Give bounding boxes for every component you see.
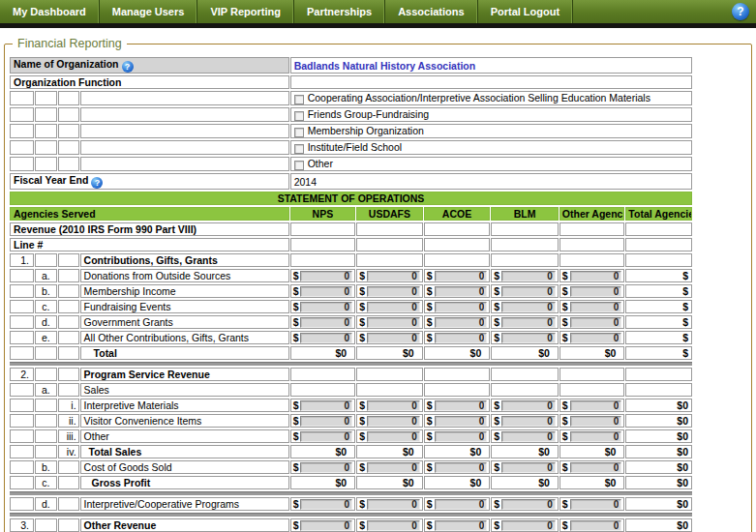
amount-input[interactable] bbox=[570, 431, 622, 442]
nav-tab-partnerships[interactable]: Partnerships bbox=[294, 0, 385, 23]
amount-input[interactable] bbox=[435, 520, 488, 531]
dollar-sign: $ bbox=[427, 498, 433, 510]
nav-tab-vip-reporting[interactable]: VIP Reporting bbox=[197, 0, 294, 23]
amount-input[interactable] bbox=[300, 333, 352, 343]
amount-input[interactable] bbox=[501, 302, 556, 312]
amount-input[interactable] bbox=[501, 286, 556, 297]
dollar-sign: $ bbox=[562, 519, 568, 531]
amount-input[interactable] bbox=[367, 520, 420, 531]
option-checkbox[interactable] bbox=[294, 111, 304, 121]
amount-input[interactable] bbox=[570, 499, 622, 510]
amount-input[interactable] bbox=[570, 400, 622, 411]
amount-input[interactable] bbox=[501, 462, 556, 473]
amount-cell-other-agencies: $ bbox=[559, 518, 625, 532]
org-option-row: Institute/Field School bbox=[10, 140, 692, 155]
amount-input[interactable] bbox=[300, 499, 352, 510]
option-checkbox[interactable] bbox=[294, 95, 304, 104]
amount-input[interactable] bbox=[570, 302, 622, 312]
amount-input[interactable] bbox=[435, 317, 488, 328]
option-checkbox[interactable] bbox=[294, 128, 304, 137]
amount-input[interactable] bbox=[300, 520, 352, 531]
amount-input[interactable] bbox=[300, 271, 352, 281]
amount-cell-blm: $ bbox=[491, 399, 559, 412]
option-checkbox[interactable] bbox=[294, 144, 304, 154]
row-label: Cost of Goods Sold bbox=[80, 460, 289, 474]
dollar-sign: $ bbox=[359, 316, 365, 328]
dollar-sign: $ bbox=[562, 316, 568, 328]
amount-input[interactable] bbox=[501, 520, 556, 531]
amount-input[interactable] bbox=[435, 333, 488, 343]
nav-tab-portal-logout[interactable]: Portal Logout bbox=[478, 0, 574, 23]
amount-input[interactable] bbox=[367, 462, 420, 473]
amount-input[interactable] bbox=[367, 431, 420, 442]
amount-input[interactable] bbox=[367, 333, 420, 343]
amount-input[interactable] bbox=[367, 317, 420, 328]
amount-input[interactable] bbox=[435, 499, 488, 510]
amount-input[interactable] bbox=[367, 286, 420, 297]
amount-input[interactable] bbox=[501, 317, 556, 328]
nav-tab-my-dashboard[interactable]: My Dashboard bbox=[0, 0, 100, 23]
amount-input[interactable] bbox=[300, 317, 352, 328]
amount-input[interactable] bbox=[501, 416, 556, 427]
amount-input[interactable] bbox=[300, 286, 352, 297]
amount-input[interactable] bbox=[300, 302, 352, 312]
amount-input[interactable] bbox=[570, 271, 622, 281]
help-icon[interactable]: ? bbox=[732, 3, 749, 20]
amount-input[interactable] bbox=[367, 400, 420, 411]
dollar-sign: $ bbox=[562, 461, 568, 473]
empty-cell bbox=[290, 383, 356, 397]
amount-input[interactable] bbox=[501, 333, 556, 343]
org-name-help-icon[interactable]: ? bbox=[122, 61, 134, 73]
nav-tab-associations[interactable]: Associations bbox=[385, 0, 477, 23]
section-separator bbox=[10, 513, 692, 517]
empty-cell bbox=[559, 383, 625, 397]
amount-input[interactable] bbox=[300, 431, 352, 442]
dollar-sign: $ bbox=[293, 498, 299, 510]
amount-input[interactable] bbox=[501, 499, 556, 510]
statement-row-group: 2.Program Service Revenue bbox=[10, 368, 692, 381]
amount-input[interactable] bbox=[570, 416, 622, 427]
fiscal-year-help-icon[interactable]: ? bbox=[91, 177, 103, 189]
amount-input[interactable] bbox=[435, 462, 488, 473]
option-checkbox[interactable] bbox=[294, 161, 304, 170]
amount-input[interactable] bbox=[435, 286, 488, 297]
amount-input[interactable] bbox=[435, 400, 488, 411]
dollar-sign: $ bbox=[494, 332, 499, 343]
amount-input[interactable] bbox=[570, 462, 622, 473]
total-cell-usdafs: $0 bbox=[356, 445, 423, 458]
statement-row-input: e.All Other Contributions, Gifts, Grants… bbox=[10, 331, 692, 344]
amount-input[interactable] bbox=[435, 271, 488, 281]
statement-row-input: b.Membership Income$$$$$$ bbox=[10, 284, 692, 298]
dollar-sign: $ bbox=[359, 285, 365, 297]
amount-input[interactable] bbox=[570, 333, 622, 343]
sub-letter-cell: d. bbox=[35, 315, 57, 329]
amount-input[interactable] bbox=[300, 400, 352, 411]
amount-input[interactable] bbox=[367, 271, 420, 281]
amount-input[interactable] bbox=[570, 317, 622, 328]
amount-input[interactable] bbox=[367, 302, 420, 312]
amount-input[interactable] bbox=[501, 271, 556, 281]
amount-cell-other-agencies: $ bbox=[559, 497, 625, 511]
column-header-blm: BLM bbox=[491, 207, 559, 221]
amount-input[interactable] bbox=[435, 431, 488, 442]
amount-input[interactable] bbox=[367, 416, 420, 427]
nav-tab-manage-users[interactable]: Manage Users bbox=[100, 0, 198, 23]
amount-input[interactable] bbox=[570, 520, 622, 531]
amount-input[interactable] bbox=[435, 416, 488, 427]
amount-cell-acoe: $ bbox=[424, 284, 491, 298]
amount-input[interactable] bbox=[570, 286, 622, 297]
amount-input[interactable] bbox=[501, 400, 556, 411]
sub-roman-cell bbox=[58, 300, 79, 313]
amount-input[interactable] bbox=[435, 302, 488, 312]
option-label: Membership Organization bbox=[308, 125, 424, 136]
row-label: Government Grants bbox=[80, 315, 289, 329]
agencies-served-label: Agencies Served bbox=[10, 207, 289, 221]
amount-input[interactable] bbox=[367, 499, 420, 510]
amount-input[interactable] bbox=[501, 431, 556, 442]
empty-cell bbox=[356, 238, 423, 251]
org-option-row: Membership Organization bbox=[10, 124, 692, 138]
amount-cell-usdafs: $ bbox=[356, 429, 423, 443]
empty-cell bbox=[559, 238, 625, 251]
amount-input[interactable] bbox=[300, 462, 352, 473]
amount-input[interactable] bbox=[300, 416, 352, 427]
